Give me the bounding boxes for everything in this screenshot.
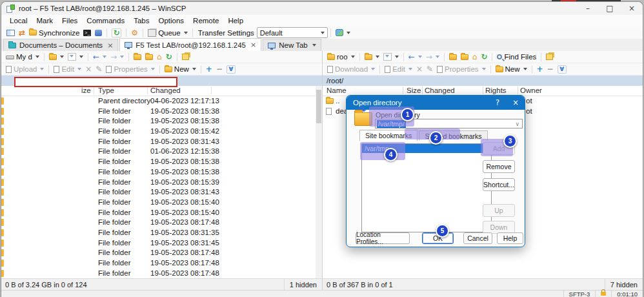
file-row[interactable]: File folder19-05-2023 08:15:40 [1,208,322,218]
menu-item-mark[interactable]: Mark [32,15,58,26]
refresh-button[interactable]: ↻ [164,52,174,63]
cancel-button[interactable]: Cancel [463,232,492,244]
file-row[interactable]: File folder19-05-2023 08:15:42 [1,127,322,137]
tab-f5-session[interactable]: F5 Test LAB/root@192.168.1.245 × [119,38,261,51]
menu-item-tabs[interactable]: Tabs [129,15,154,26]
home-directory-button[interactable]: ⌂ [470,52,479,63]
scrollbar-thumb[interactable] [316,90,321,123]
protocol-cell[interactable]: SFTP-3 [563,291,596,297]
file-row[interactable]: File folder19-05-2023 08:15:38 [1,116,322,127]
local-scrollbar[interactable] [316,86,322,278]
open-session-button[interactable] [93,27,104,38]
column-name[interactable]: Name [327,87,347,94]
toggle-panels-button[interactable] [5,27,17,38]
select-remove-button[interactable]: − [545,64,556,75]
file-row[interactable]: File folder19-05-2023 08:15:38 [1,157,322,167]
parent-directory-button[interactable] [447,52,459,63]
file-row[interactable]: File folder01-06-2023 12:15:38 [1,147,322,157]
file-row[interactable]: File folder19-05-2023 08:17:48 [1,269,322,278]
menu-item-options[interactable]: Options [154,15,188,26]
file-row[interactable]: File folder19-05-2023 08:15:38 [1,167,322,178]
file-row[interactable]: File folder19-05-2023 08:15:39 [1,178,322,188]
refresh-button[interactable]: ↻ [479,52,489,63]
filter-button[interactable] [66,52,85,63]
remove-button[interactable]: Remove [483,160,515,173]
edit-button[interactable]: Edit [52,64,83,75]
select-remove-button[interactable]: − [214,64,225,75]
upload-button[interactable]: Upload [4,64,46,75]
properties-button[interactable]: Properties [435,64,487,75]
menu-item-files[interactable]: Files [57,15,82,26]
tab-close-icon[interactable]: × [250,41,256,49]
menu-item-commands[interactable]: Commands [82,15,129,26]
root-directory-button[interactable] [143,52,155,63]
column-size[interactable]: Size [407,87,421,94]
remote-hidden-count[interactable]: 7 hidden [605,279,643,290]
file-row[interactable]: File folder19-05-2023 08:15:40 [1,198,322,208]
rename-button[interactable]: ✎ [425,64,435,75]
transfer-settings-select[interactable]: Default [257,27,328,38]
menu-item-remote[interactable]: Remote [188,15,223,26]
select-add-button[interactable]: + [204,64,214,75]
copy-path-button[interactable] [180,52,191,63]
menu-item-help[interactable]: Help [223,15,248,26]
delete-button[interactable]: × [83,64,94,75]
tab-documents[interactable]: Documents – Documents × [3,39,118,51]
forward-button[interactable]: → [108,52,126,63]
down-button[interactable]: Down [483,221,515,234]
select-filter-button[interactable]: ∀ [225,64,237,75]
back-button[interactable]: ← [91,52,108,63]
copy-path-button[interactable] [544,52,555,63]
file-row[interactable]: File folder19-05-2023 08:17:48 [1,248,322,258]
up-button[interactable]: Up [483,204,515,217]
select-filter-button[interactable]: ∀ [556,64,569,75]
menu-item-local[interactable]: Local [5,15,32,26]
dialog-help-button[interactable]: ? [488,98,507,107]
drive-select[interactable]: My d [4,52,41,63]
column-owner[interactable]: Owner [520,87,542,94]
root-directory-button[interactable] [459,52,470,63]
column-size[interactable]: ize [81,87,91,94]
file-row[interactable]: File folder19-05-2023 08:17:48 [1,258,322,269]
tab-close-icon[interactable]: × [107,41,113,50]
file-row[interactable]: File folder19-05-2023 08:31:43 [1,137,322,147]
dialog-close-button[interactable]: × [507,98,525,107]
filter-button[interactable] [381,52,401,63]
file-row[interactable]: File folder19-05-2023 08:17:48 [1,218,322,228]
synchronize-button[interactable]: Synchronize [27,27,81,38]
select-add-button[interactable]: + [535,64,545,75]
new-button[interactable]: New [163,64,198,75]
column-rights[interactable]: Rights [485,87,507,94]
new-button[interactable]: New [494,64,529,75]
home-directory-button[interactable]: ⌂ [155,52,164,63]
shortcut-button[interactable]: Shortcut... [483,178,515,191]
file-row[interactable]: Parent directory04-06-2023 12:17:13 [1,96,322,107]
refresh-remote-button[interactable]: ↻ [110,27,123,38]
file-row[interactable]: File folder19-05-2023 08:31:35 [1,228,322,238]
close-button[interactable]: × [621,2,643,15]
file-row[interactable]: File folder19-05-2023 08:31:43 [1,187,322,198]
forward-button[interactable]: → [424,52,441,63]
delete-button[interactable]: × [414,64,425,75]
parent-directory-button[interactable] [132,52,143,63]
column-changed[interactable]: Changed [425,87,455,94]
remote-address-bar[interactable]: /root/ [323,76,643,86]
edit-button[interactable]: Edit [383,64,414,75]
encryption-cell[interactable] [595,291,611,297]
local-hidden-count[interactable]: 1 hidden [284,279,322,290]
tab-new[interactable]: New Tab [263,39,321,51]
location-profiles-button[interactable]: Location Profiles... [356,232,410,244]
rename-button[interactable]: ✎ [94,64,104,75]
remote-directory-select[interactable]: roo [325,52,357,63]
properties-button[interactable]: Properties [104,64,156,75]
file-row[interactable]: File folder19-05-2023 08:31:45 [1,238,322,249]
maximize-button[interactable]: □ [599,2,621,15]
queue-button[interactable]: Queue [146,27,190,38]
file-row[interactable]: File folder19-05-2023 08:15:38 [1,107,322,117]
minimize-button[interactable]: – [577,2,599,15]
help-button[interactable]: Help [497,232,523,244]
explorer-mode-button[interactable] [334,27,352,38]
find-files-button[interactable]: Find Files [495,52,538,63]
back-button[interactable]: ← [407,52,424,63]
download-button[interactable]: Download [325,64,377,75]
